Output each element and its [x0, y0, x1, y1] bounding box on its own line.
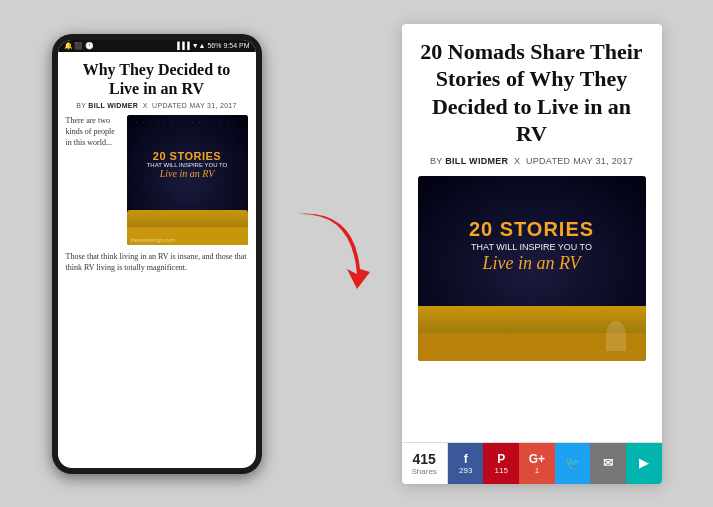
- phone-body-text1: There are two kinds of people in this wo…: [66, 115, 121, 245]
- email-icon: ✉: [603, 456, 613, 470]
- rv-text: Live in an RV: [147, 168, 228, 179]
- image-overlay-text: 20 STORIES THAT WILL INSPIRE YOU TO Live…: [147, 150, 228, 179]
- right-rv-text: Live in an RV: [469, 253, 594, 274]
- pinterest-share-button[interactable]: P 115: [483, 443, 519, 484]
- status-bar: 🔔 ⬛ 🕐 ▐▐▐ ▼▲ 56% 9:54 PM: [58, 40, 256, 52]
- googleplus-count: 1: [535, 466, 539, 475]
- pinterest-count: 115: [495, 466, 508, 475]
- arrow-svg: [292, 194, 372, 314]
- googleplus-share-button[interactable]: G+ 1: [519, 443, 555, 484]
- status-right: ▐▐▐ ▼▲ 56% 9:54 PM: [175, 42, 250, 49]
- share-count: 415 Shares: [402, 443, 448, 484]
- right-title: 20 Nomads Share Their Stories of Why The…: [418, 38, 646, 148]
- shares-label: Shares: [412, 467, 437, 476]
- total-shares: 415: [413, 451, 436, 467]
- stories-text: 20 STORIES: [147, 150, 228, 162]
- facebook-count: 293: [459, 466, 472, 475]
- twitter-icon: 🐦: [565, 456, 580, 470]
- twitter-share-button[interactable]: 🐦: [555, 443, 591, 484]
- arrow-container: [292, 194, 372, 314]
- buffer-icon: ▶: [639, 456, 648, 470]
- status-left: 🔔 ⬛ 🕐: [64, 42, 95, 50]
- pinterest-icon: P: [497, 452, 505, 466]
- phone-screen: 🔔 ⬛ 🕐 ▐▐▐ ▼▲ 56% 9:54 PM Why They Decide…: [58, 40, 256, 468]
- right-panel: 20 Nomads Share Their Stories of Why The…: [402, 24, 662, 484]
- right-image: 20 STORIES THAT WILL INSPIRE YOU TO Live…: [418, 176, 646, 361]
- watermark: thewanderingrv.com: [131, 237, 176, 243]
- phone-byline: BY BILL WIDMER X UPDATED MAY 31, 2017: [66, 102, 248, 109]
- facebook-share-button[interactable]: f 293: [448, 443, 484, 484]
- right-person: [606, 321, 626, 351]
- phone-body-text2: Those that think living in an RV is insa…: [66, 251, 248, 273]
- phone-content: Why They Decided to Live in an RV BY BIL…: [58, 52, 256, 468]
- phone-body-row: There are two kinds of people in this wo…: [66, 115, 248, 245]
- phone-image: 20 STORIES THAT WILL INSPIRE YOU TO Live…: [127, 115, 248, 245]
- phone-title: Why They Decided to Live in an RV: [66, 60, 248, 98]
- right-content: 20 Nomads Share Their Stories of Why The…: [402, 24, 662, 442]
- right-image-text: 20 STORIES THAT WILL INSPIRE YOU TO Live…: [469, 218, 594, 274]
- right-byline: BY BILL WIDMER X UPDATED MAY 31, 2017: [418, 156, 646, 166]
- right-stories-text: 20 STORIES: [469, 218, 594, 241]
- left-phone: 🔔 ⬛ 🕐 ▐▐▐ ▼▲ 56% 9:54 PM Why They Decide…: [52, 34, 262, 474]
- googleplus-icon: G+: [529, 452, 545, 466]
- facebook-icon: f: [464, 452, 468, 466]
- buffer-share-button[interactable]: ▶: [626, 443, 662, 484]
- share-bar: 415 Shares f 293 P 115 G+ 1 🐦 ✉: [402, 442, 662, 484]
- right-inspire-text: THAT WILL INSPIRE YOU TO: [469, 242, 594, 252]
- email-share-button[interactable]: ✉: [590, 443, 626, 484]
